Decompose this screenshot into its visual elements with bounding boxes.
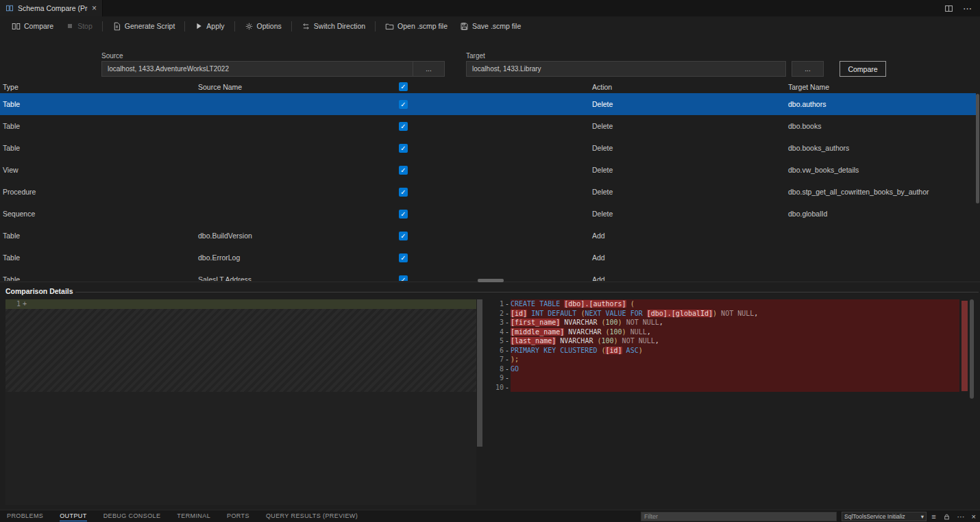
- table-row[interactable]: Table✓Deletedbo.books: [0, 115, 976, 137]
- row-checkbox[interactable]: ✓: [399, 253, 408, 262]
- overview-ruler[interactable]: [959, 299, 969, 505]
- target-label: Target: [466, 52, 485, 60]
- panel-tab-problems[interactable]: PROBLEMS: [7, 510, 43, 522]
- details-rule: [75, 292, 979, 293]
- target-browse-button[interactable]: ...: [792, 61, 824, 77]
- cell-action: Delete: [589, 100, 785, 108]
- column-header-source-name[interactable]: Source Name: [195, 83, 396, 91]
- save-file-icon: [460, 22, 469, 31]
- bottom-panel-bar: PROBLEMSOUTPUTDEBUG CONSOLETERMINALPORTS…: [0, 510, 980, 522]
- cell-target-name: dbo.vw_books_details: [785, 166, 976, 174]
- row-checkbox[interactable]: ✓: [399, 210, 408, 219]
- chevron-down-icon: ▾: [921, 513, 924, 520]
- more-actions-icon[interactable]: ⋯: [963, 3, 972, 14]
- panel-tab-debug-console[interactable]: DEBUG CONSOLE: [103, 510, 161, 522]
- toolbar-separator: [375, 21, 376, 32]
- compare-button[interactable]: Compare: [5, 20, 60, 33]
- split-editor-icon[interactable]: [944, 4, 953, 13]
- apply-button[interactable]: Apply: [188, 20, 230, 32]
- row-checkbox[interactable]: ✓: [399, 144, 408, 153]
- row-checkbox[interactable]: ✓: [399, 100, 408, 109]
- stop-button-label: Stop: [77, 22, 93, 30]
- clear-output-icon[interactable]: ≡: [931, 513, 935, 521]
- table-row[interactable]: Sequence✓Deletedbo.globalId: [0, 203, 976, 225]
- overview-removed-mark: [961, 301, 968, 391]
- table-row[interactable]: Table✓Deletedbo.books_authors: [0, 137, 976, 159]
- select-all-checkbox[interactable]: ✓: [399, 82, 408, 91]
- close-panel-icon[interactable]: ×: [972, 513, 976, 521]
- diff-scrollbar[interactable]: [969, 299, 975, 505]
- cell-target-name: dbo.globalId: [785, 210, 976, 218]
- table-scrollbar[interactable]: [976, 94, 979, 203]
- diff-editor: 1+ 1-CREATE TABLE [dbo].[authors] (2-[id…: [5, 299, 975, 505]
- row-checkbox[interactable]: ✓: [399, 232, 408, 240]
- cell-action: Delete: [589, 188, 785, 196]
- cell-target-name: dbo.stp_get_all_cowritten_books_by_autho…: [785, 188, 976, 196]
- save-scmp-button[interactable]: Save .scmp file: [454, 20, 527, 33]
- stop-button[interactable]: Stop: [60, 20, 99, 32]
- table-row[interactable]: Table✓Deletedbo.authors: [0, 93, 976, 115]
- cell-type: Procedure: [0, 188, 195, 196]
- toolbar-separator: [291, 21, 292, 32]
- diff-line: 10-: [483, 383, 969, 393]
- more-icon[interactable]: ⋯: [957, 513, 965, 521]
- cell-type: Sequence: [0, 210, 195, 218]
- generate-script-button[interactable]: Generate Script: [106, 20, 182, 33]
- cell-include: ✓: [396, 188, 589, 197]
- table-row[interactable]: View✓Deletedbo.vw_books_details: [0, 159, 976, 181]
- open-file-icon: [385, 22, 394, 31]
- cell-include: ✓: [396, 253, 589, 262]
- column-header-type[interactable]: Type: [0, 83, 195, 91]
- target-input[interactable]: [466, 61, 786, 77]
- panel-tab-terminal[interactable]: TERMINAL: [177, 510, 210, 522]
- column-header-include: ✓: [396, 82, 589, 91]
- panel-tab-output[interactable]: OUTPUT: [60, 510, 86, 522]
- table-header: Type Source Name ✓ Action Target Name: [0, 80, 976, 93]
- cell-action: Delete: [589, 210, 785, 218]
- table-row[interactable]: Tabledbo.BuildVersion✓Add: [0, 225, 976, 247]
- run-compare-button[interactable]: Compare: [840, 61, 886, 77]
- column-header-action[interactable]: Action: [589, 83, 785, 91]
- cell-type: Table: [0, 275, 195, 281]
- cell-target-name: dbo.books: [785, 122, 976, 130]
- diff-scrollbar-thumb[interactable]: [970, 299, 974, 399]
- cell-type: View: [0, 166, 195, 174]
- editor-actions: ⋯: [944, 0, 980, 16]
- panel-tab-ports[interactable]: PORTS: [227, 510, 249, 522]
- schema-compare-window: Schema Compare (Preview) × ⋯ Compare Sto…: [0, 0, 980, 522]
- lock-icon[interactable]: [943, 513, 951, 521]
- row-checkbox[interactable]: ✓: [399, 166, 408, 175]
- row-checkbox[interactable]: ✓: [399, 188, 408, 197]
- cell-source-name: dbo.BuildVersion: [195, 232, 396, 240]
- source-input[interactable]: [101, 61, 413, 77]
- diff-line: 3-[first_name] NVARCHAR (100) NOT NULL,: [483, 318, 969, 327]
- switch-direction-button[interactable]: Switch Direction: [295, 20, 371, 33]
- source-browse-button[interactable]: ...: [413, 61, 445, 77]
- generate-script-icon: [112, 22, 121, 31]
- splitter-handle[interactable]: [478, 279, 504, 282]
- close-tab-icon[interactable]: ×: [92, 4, 97, 12]
- table-row[interactable]: Tabledbo.ErrorLog✓Add: [0, 247, 976, 269]
- open-scmp-label: Open .scmp file: [397, 22, 448, 30]
- toolbar-separator: [234, 21, 235, 32]
- output-filter-input[interactable]: [641, 512, 837, 521]
- options-button[interactable]: Options: [238, 20, 288, 33]
- toolbar-separator: [102, 21, 103, 32]
- panel-tab-query-results-preview[interactable]: QUERY RESULTS (PREVIEW): [266, 510, 358, 522]
- table-row[interactable]: Procedure✓Deletedbo.stp_get_all_cowritte…: [0, 181, 976, 203]
- diff-target-pane: 1-CREATE TABLE [dbo].[authors] (2-[id] I…: [483, 299, 969, 505]
- tab-schema-compare[interactable]: Schema Compare (Preview) ×: [0, 0, 103, 16]
- diff-line: 9-: [483, 373, 969, 383]
- open-scmp-button[interactable]: Open .scmp file: [379, 20, 454, 33]
- row-checkbox[interactable]: ✓: [399, 275, 408, 282]
- output-channel-select[interactable]: SqlToolsService Initializ ▾: [842, 512, 927, 521]
- cell-action: Add: [589, 275, 785, 281]
- row-checkbox[interactable]: ✓: [399, 122, 408, 131]
- diff-left-scrollbar[interactable]: [477, 299, 482, 447]
- diff-line: 1-CREATE TABLE [dbo].[authors] (: [483, 299, 969, 309]
- apply-button-label: Apply: [206, 22, 224, 30]
- column-header-target-name[interactable]: Target Name: [785, 83, 976, 91]
- cell-include: ✓: [396, 166, 589, 175]
- cell-source-name: dbo.ErrorLog: [195, 253, 396, 262]
- cell-type: Table: [0, 122, 195, 130]
